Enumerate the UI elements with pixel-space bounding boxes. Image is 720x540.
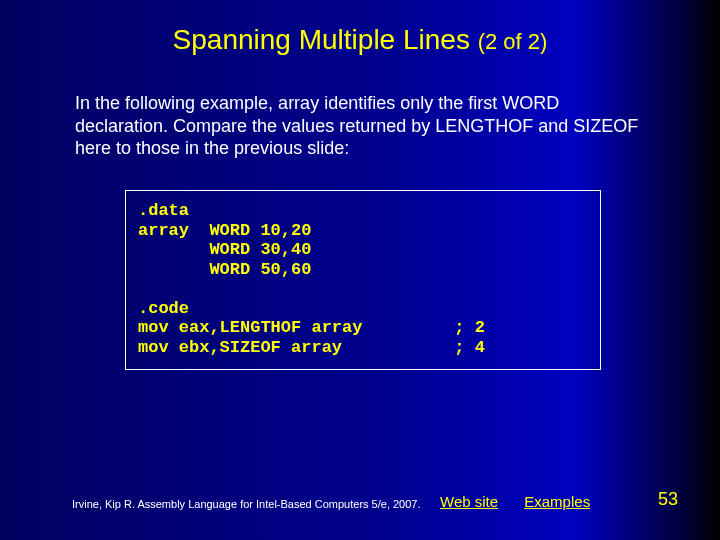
page-number: 53: [658, 489, 678, 510]
footer-citation: Irvine, Kip R. Assembly Language for Int…: [72, 498, 421, 510]
slide-title: Spanning Multiple Lines (2 of 2): [0, 24, 720, 56]
footer-links: Web site Examples: [440, 493, 612, 510]
website-link[interactable]: Web site: [440, 493, 498, 510]
title-sub: (2 of 2): [478, 29, 548, 54]
examples-link[interactable]: Examples: [524, 493, 590, 510]
title-main: Spanning Multiple Lines: [173, 24, 478, 55]
body-paragraph: In the following example, array identifi…: [75, 92, 655, 160]
code-block: .data array WORD 10,20 WORD 30,40 WORD 5…: [125, 190, 601, 370]
